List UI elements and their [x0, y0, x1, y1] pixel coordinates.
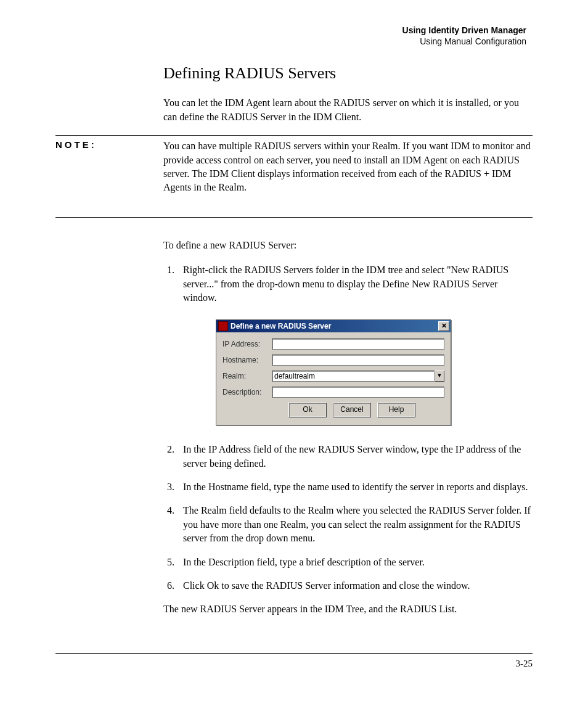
main-content: Defining RADIUS Servers You can let the …	[163, 64, 533, 124]
hostname-field[interactable]	[272, 355, 444, 366]
intro-paragraph: You can let the IDM Agent learn about th…	[163, 96, 533, 124]
label-description: Description:	[223, 388, 272, 396]
step-1: Right-click the RADIUS Servers folder in…	[177, 263, 533, 305]
page-footer: 3-25	[55, 653, 533, 669]
closing-paragraph: The new RADIUS Server appears in the IDM…	[163, 602, 533, 616]
ok-button[interactable]: Ok	[288, 403, 327, 417]
row-ip: IP Address:	[223, 339, 444, 350]
procedure-block: To define a new RADIUS Server: Right-cli…	[163, 239, 533, 617]
dialog-title: Define a new RADIUS Server	[231, 322, 438, 330]
note-block: NOTE: You can have multiple RADIUS serve…	[55, 136, 533, 199]
steps-list-a: Right-click the RADIUS Servers folder in…	[163, 263, 533, 305]
help-button[interactable]: Help	[377, 403, 415, 417]
define-radius-dialog: Define a new RADIUS Server ✕ IP Address:…	[216, 319, 451, 425]
dialog-body: IP Address: Hostname: Realm: defaultreal…	[216, 332, 451, 425]
page: Using Identity Driven Manager Using Manu…	[0, 0, 588, 688]
step-5: In the Description field, type a brief d…	[177, 556, 533, 569]
section-title: Defining RADIUS Servers	[163, 64, 533, 83]
note-rule-bottom	[55, 217, 533, 218]
header-line-2: Using Manual Configuration	[55, 36, 526, 47]
label-hostname: Hostname:	[223, 356, 272, 364]
header-line-1: Using Identity Driven Manager	[55, 25, 526, 36]
running-header: Using Identity Driven Manager Using Manu…	[55, 25, 533, 47]
note-label: NOTE:	[55, 139, 97, 150]
ip-address-field[interactable]	[272, 339, 444, 350]
cancel-button[interactable]: Cancel	[333, 403, 371, 417]
dialog-screenshot: Define a new RADIUS Server ✕ IP Address:…	[216, 319, 533, 425]
label-ip: IP Address:	[223, 340, 272, 348]
steps-list-b: In the IP Address field of the new RADIU…	[163, 443, 533, 593]
description-field[interactable]	[272, 387, 444, 398]
step-3: In the Hostname field, type the name use…	[177, 480, 533, 494]
step-6: Click Ok to save the RADIUS Server infor…	[177, 579, 533, 593]
procedure-lead: To define a new RADIUS Server:	[163, 239, 533, 252]
step-2: In the IP Address field of the new RADIU…	[177, 443, 533, 470]
close-button[interactable]: ✕	[438, 321, 449, 331]
page-number: 3-25	[516, 659, 533, 668]
note-body: You can have multiple RADIUS servers wit…	[163, 136, 533, 199]
realm-field[interactable]: defaultrealm	[272, 371, 435, 382]
step-4: The Realm field defaults to the Realm wh…	[177, 504, 533, 545]
dialog-button-row: Ok Cancel Help	[223, 403, 444, 417]
row-realm: Realm: defaultrealm ▼	[223, 371, 444, 382]
label-realm: Realm:	[223, 372, 272, 380]
realm-combo[interactable]: defaultrealm ▼	[272, 371, 444, 382]
chevron-down-icon[interactable]: ▼	[435, 371, 444, 382]
row-hostname: Hostname:	[223, 355, 444, 366]
dialog-titlebar: Define a new RADIUS Server ✕	[216, 320, 451, 332]
row-description: Description:	[223, 387, 444, 398]
app-icon	[218, 321, 228, 331]
